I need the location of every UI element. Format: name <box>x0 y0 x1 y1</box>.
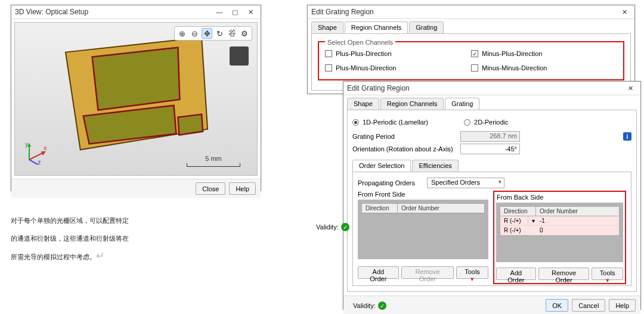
orientation-input[interactable] <box>460 144 520 154</box>
validity-indicator: Validity: ✓ <box>348 299 391 312</box>
grating-period-label: Grating Period <box>352 133 457 140</box>
close-icon[interactable]: ✕ <box>246 8 255 16</box>
subtab-strip: Order Selection Efficiencies <box>352 156 631 172</box>
titlebar: Edit Grating Region ✕ <box>343 82 640 95</box>
chevron-down-icon: ▾ <box>470 275 474 282</box>
col-direction: Direction <box>500 207 536 216</box>
radio-label: 2D-Periodic <box>474 119 508 126</box>
scale-label: 5 mm <box>205 155 222 162</box>
channel-option[interactable]: Minus-Minus-Direction <box>471 64 617 71</box>
window-title: 3D View: Optical Setup <box>15 8 215 16</box>
titlebar: 3D View: Optical Setup — ▢ ✕ <box>11 5 261 19</box>
subtab-order-selection[interactable]: Order Selection <box>352 160 411 172</box>
chevron-down-icon: ▾ <box>606 276 609 284</box>
zoom-in-icon[interactable]: ⊕ <box>177 28 187 39</box>
return-icon: ↵ <box>96 250 104 262</box>
channel-label: Minus-Minus-Direction <box>482 64 547 71</box>
close-icon[interactable]: ✕ <box>626 84 634 92</box>
check-circle-icon: ✓ <box>341 223 349 231</box>
order-selection-panel: Propagating Orders Specified Orders From… <box>352 172 631 286</box>
zoom-out-icon[interactable]: ⊖ <box>189 28 200 39</box>
section-label: From Back Side <box>497 194 625 201</box>
from-front-side-section: From Front Side Direction Order Number A… <box>358 191 488 284</box>
pan-icon[interactable]: ✥ <box>202 28 212 39</box>
checkbox-icon[interactable] <box>471 64 478 71</box>
channel-option[interactable]: ✓ Minus-Plus-Direction <box>471 50 617 57</box>
table-row[interactable]: R (-/+) 0 <box>500 226 619 235</box>
channel-option[interactable]: Plus-Minus-Direction <box>325 64 471 71</box>
propagating-orders-dropdown[interactable]: Specified Orders <box>427 178 504 188</box>
axis-gizmo-icon: y x z <box>23 141 48 167</box>
cell-order-number[interactable]: 0 <box>536 226 619 235</box>
remove-order-button[interactable]: Remove Order <box>538 268 590 280</box>
rotate-icon[interactable]: ↻ <box>214 28 225 39</box>
propagating-orders-label: Propagating Orders <box>358 179 423 186</box>
scene-svg <box>15 23 257 175</box>
cancel-button[interactable]: Cancel <box>572 299 605 312</box>
cell-order-number[interactable]: -1 <box>536 216 619 225</box>
tab-region-channels[interactable]: Region Channels <box>345 21 408 33</box>
window-title: Edit Grating Region <box>347 84 626 92</box>
orientation-label: Orientation (Rotation about z-Axis) <box>352 145 457 153</box>
check-circle-icon: ✓ <box>378 301 386 310</box>
orientation-cube-icon[interactable] <box>230 46 249 66</box>
help-button[interactable]: Help <box>609 299 636 312</box>
cell-direction: R (-/+) <box>500 216 528 225</box>
tools-button[interactable]: Tools ▾ <box>592 268 623 280</box>
titlebar: Edit Grating Region ✕ <box>308 5 634 19</box>
tab-shape[interactable]: Shape <box>311 21 343 33</box>
channel-option[interactable]: Plus-Plus-Direction <box>325 50 471 57</box>
radio-1d-periodic[interactable]: 1D-Periodic (Lamellar) <box>352 119 428 126</box>
cell-direction: R (-/+) <box>500 226 536 235</box>
svg-line-8 <box>29 160 38 164</box>
radio-icon[interactable] <box>464 119 470 126</box>
ok-button[interactable]: OK <box>546 299 568 312</box>
scale-bar: 5 mm <box>187 155 240 167</box>
tab-region-channels[interactable]: Region Channels <box>380 98 444 110</box>
validity-label: Validity: <box>353 302 376 309</box>
group-legend: Select Open Channels <box>325 39 395 46</box>
add-order-button[interactable]: Add Order <box>496 268 536 280</box>
remove-order-button[interactable]: Remove Order <box>401 266 454 279</box>
minimize-icon[interactable]: — <box>215 8 224 16</box>
tab-strip: Shape Region Channels Grating <box>308 19 634 33</box>
close-button[interactable]: Close <box>196 182 225 195</box>
checkbox-icon[interactable] <box>325 64 332 71</box>
chevron-down-icon[interactable]: ▾ <box>528 216 536 225</box>
svg-marker-1 <box>92 48 180 110</box>
col-direction: Direction <box>362 204 398 213</box>
info-icon[interactable]: i <box>623 132 631 141</box>
checkbox-icon[interactable] <box>325 50 332 57</box>
description-line: 对于每个单独的光栅区域，可以配置特定 <box>11 212 261 229</box>
tab-grating[interactable]: Grating <box>409 21 444 33</box>
add-order-button[interactable]: Add Order <box>358 266 399 279</box>
tab-grating[interactable]: Grating <box>445 98 479 110</box>
tab-shape[interactable]: Shape <box>347 98 379 110</box>
reset-view-icon[interactable]: ⾕ <box>227 28 237 39</box>
svg-line-6 <box>29 153 44 160</box>
help-button[interactable]: Help <box>229 182 256 195</box>
tools-button[interactable]: Tools ▾ <box>456 266 488 279</box>
radio-label: 1D-Periodic (Lamellar) <box>363 119 428 126</box>
col-order-number: Order Number <box>536 207 619 216</box>
radio-2d-periodic[interactable]: 2D-Periodic <box>464 119 508 126</box>
subtab-efficiencies[interactable]: Efficiencies <box>412 160 458 172</box>
checkbox-icon[interactable]: ✓ <box>471 50 478 57</box>
viewport-3d[interactable]: ⊕ ⊖ ✥ ↻ ⾕ ⚙ y x z 5 mm <box>14 22 258 176</box>
settings-icon[interactable]: ⚙ <box>239 28 250 39</box>
close-icon[interactable]: ✕ <box>620 8 628 16</box>
radio-icon[interactable] <box>352 119 359 126</box>
validity-indicator: Validity: ✓ <box>311 220 354 234</box>
description-paragraph: 对于每个单独的光栅区域，可以配置特定 的通道和衍射级，这些通道和衍射级将在 所需… <box>11 212 261 266</box>
description-line: 的通道和衍射级，这些通道和衍射级将在 <box>11 229 261 247</box>
table-row[interactable]: R (-/+) ▾ -1 <box>500 216 619 226</box>
channel-label: Minus-Plus-Direction <box>482 50 542 57</box>
tab-body: 1D-Periodic (Lamellar) 2D-Periodic Grati… <box>347 110 637 292</box>
section-label: From Front Side <box>358 191 488 198</box>
maximize-icon[interactable]: ▢ <box>231 8 239 16</box>
channel-label: Plus-Plus-Direction <box>336 50 392 57</box>
viewport-toolbar: ⊕ ⊖ ✥ ↻ ⾕ ⚙ <box>174 26 252 41</box>
validity-label: Validity: <box>316 223 339 231</box>
window-title: Edit Grating Region <box>311 8 620 16</box>
svg-text:z: z <box>38 158 41 166</box>
